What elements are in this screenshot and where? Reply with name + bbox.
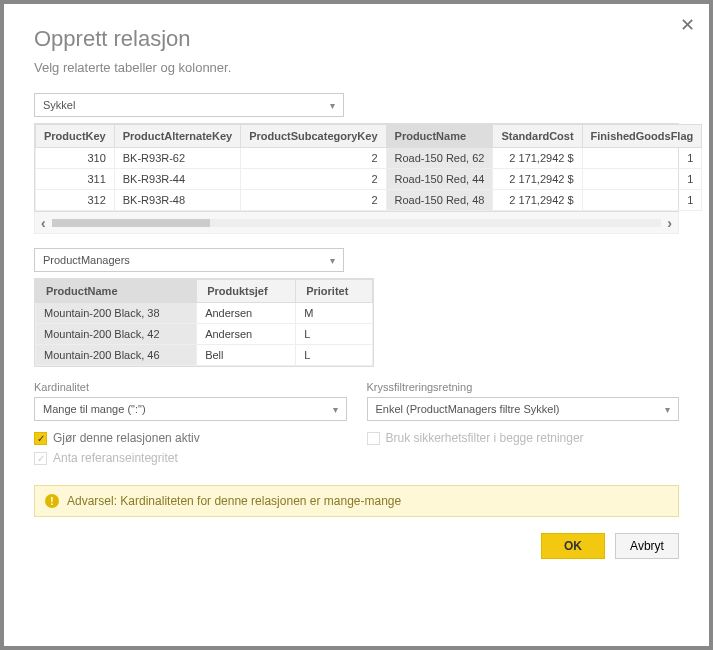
cell: 2 171,2942 $ [493,169,582,190]
checkbox-icon [367,432,380,445]
dialog-footer: OK Avbryt [34,533,679,559]
cell: Bell [197,345,296,366]
cell: 1 [582,148,702,169]
table-row[interactable]: 310BK-R93R-622Road-150 Red, 622 171,2942… [36,148,702,169]
cell: 310 [36,148,115,169]
cell: Andersen [197,303,296,324]
scroll-left-icon[interactable]: ‹ [41,215,46,231]
cell-selected: Road-150 Red, 44 [386,169,493,190]
table2-select-value: ProductManagers [43,254,130,266]
cell: 312 [36,190,115,211]
table1-hscroll[interactable]: ‹ › [34,212,679,234]
cardinality-value: Mange til mange (":") [43,403,146,415]
cell: 2 171,2942 $ [493,190,582,211]
table1-header[interactable]: ProductKey [36,125,115,148]
cell-selected: Road-150 Red, 48 [386,190,493,211]
table2-select[interactable]: ProductManagers ▾ [34,248,344,272]
scroll-thumb[interactable] [52,219,211,227]
table1: ProductKey ProductAlternateKey ProductSu… [35,124,702,211]
table1-header[interactable]: ProductAlternateKey [114,125,240,148]
table2: ProductName Produktsjef Prioritet Mounta… [35,279,373,366]
cell: 2 [241,169,386,190]
table-row[interactable]: Mountain-200 Black, 42AndersenL [36,324,373,345]
scroll-right-icon[interactable]: › [667,215,672,231]
cell: 1 [582,169,702,190]
table1-header[interactable]: StandardCost [493,125,582,148]
table2-header[interactable]: Produktsjef [197,280,296,303]
security-filter-label: Bruk sikkerhetsfilter i begge retninger [386,431,584,445]
cell: 2 [241,148,386,169]
checkbox-icon: ✓ [34,452,47,465]
close-icon[interactable]: ✕ [680,14,695,36]
cell: BK-R93R-62 [114,148,240,169]
crossfilter-label: Kryssfiltreringsretning [367,381,680,393]
cell: Andersen [197,324,296,345]
table1-select[interactable]: Sykkel ▾ [34,93,344,117]
make-active-label: Gjør denne relasjonen aktiv [53,431,200,445]
cell: 2 171,2942 $ [493,148,582,169]
warning-text: Advarsel: Kardinaliteten for denne relas… [67,494,401,508]
table1-header[interactable]: FinishedGoodsFlag [582,125,702,148]
table2-header[interactable]: Prioritet [296,280,373,303]
cell-selected: Road-150 Red, 62 [386,148,493,169]
dialog-title: Opprett relasjon [34,26,679,52]
cancel-button[interactable]: Avbryt [615,533,679,559]
table1-wrap: ProductKey ProductAlternateKey ProductSu… [34,123,679,212]
warning-icon: ! [45,494,59,508]
cell-selected: Mountain-200 Black, 42 [36,324,197,345]
chevron-down-icon: ▾ [330,255,335,266]
table1-header[interactable]: ProductSubcategoryKey [241,125,386,148]
chevron-down-icon: ▾ [665,404,670,415]
cell: BK-R93R-48 [114,190,240,211]
table1-select-value: Sykkel [43,99,75,111]
table-row[interactable]: 311BK-R93R-442Road-150 Red, 442 171,2942… [36,169,702,190]
checkbox-icon: ✓ [34,432,47,445]
table2-header-selected[interactable]: ProductName [36,280,197,303]
referential-integrity-checkbox: ✓ Anta referanseintegritet [34,451,347,465]
crossfilter-value: Enkel (ProductManagers filtre Sykkel) [376,403,560,415]
cell: 2 [241,190,386,211]
referential-integrity-label: Anta referanseintegritet [53,451,178,465]
dialog-subtitle: Velg relaterte tabeller og kolonner. [34,60,679,75]
cell: 311 [36,169,115,190]
cardinality-label: Kardinalitet [34,381,347,393]
ok-button[interactable]: OK [541,533,605,559]
create-relationship-dialog: ✕ Opprett relasjon Velg relaterte tabell… [4,4,709,646]
chevron-down-icon: ▾ [330,100,335,111]
table-row[interactable]: Mountain-200 Black, 38AndersenM [36,303,373,324]
cell: 1 [582,190,702,211]
cell-selected: Mountain-200 Black, 38 [36,303,197,324]
cell: L [296,324,373,345]
scroll-track[interactable] [52,219,662,227]
cardinality-select[interactable]: Mange til mange (":") ▾ [34,397,347,421]
security-filter-checkbox: Bruk sikkerhetsfilter i begge retninger [367,431,680,445]
make-active-checkbox[interactable]: ✓ Gjør denne relasjonen aktiv [34,431,347,445]
table-row[interactable]: Mountain-200 Black, 46BellL [36,345,373,366]
crossfilter-select[interactable]: Enkel (ProductManagers filtre Sykkel) ▾ [367,397,680,421]
table1-header-selected[interactable]: ProductName [386,125,493,148]
table2-wrap: ProductName Produktsjef Prioritet Mounta… [34,278,374,367]
cell-selected: Mountain-200 Black, 46 [36,345,197,366]
warning-banner: ! Advarsel: Kardinaliteten for denne rel… [34,485,679,517]
cell: M [296,303,373,324]
table-row[interactable]: 312BK-R93R-482Road-150 Red, 482 171,2942… [36,190,702,211]
cell: BK-R93R-44 [114,169,240,190]
cell: L [296,345,373,366]
chevron-down-icon: ▾ [333,404,338,415]
